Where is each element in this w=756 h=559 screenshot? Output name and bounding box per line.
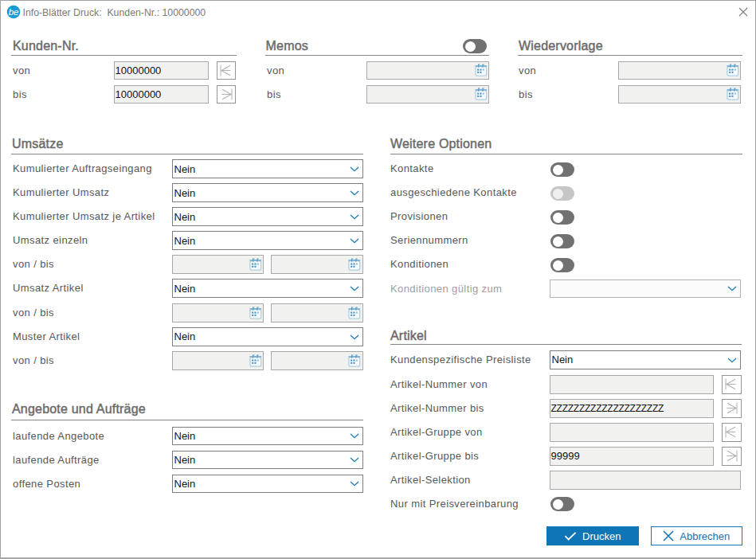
svg-text:be: be: [9, 7, 19, 17]
